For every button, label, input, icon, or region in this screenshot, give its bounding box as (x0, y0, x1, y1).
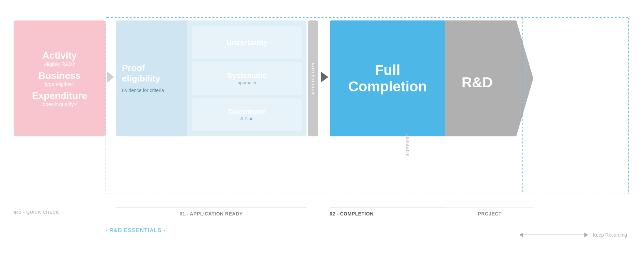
bottom-labels: IRD - QUICK CHECK 01 - APPLICATION READY… (14, 208, 629, 216)
arrow-1 (106, 72, 116, 83)
ird-activity-title: Activity (20, 50, 99, 61)
uncertainty-title: Uncertainty (197, 39, 297, 47)
proof-panel: Proof eligibility Evidence for criteria (116, 20, 187, 136)
ird-item-activity: Activity eligible R&D? (20, 50, 99, 67)
full-label: Full (375, 62, 400, 78)
completion-bottom-label: 02 - COMPLETION (330, 208, 445, 216)
rd-arrow-shape: R&D (445, 20, 533, 136)
ird-bottom-label: IRD - QUICK CHECK (14, 210, 106, 215)
completion-text: Full Completion (348, 62, 427, 95)
ird-item-business: Business type eligible? (20, 70, 99, 87)
support-vertical-label: SUPPORT (406, 133, 410, 156)
arrow-left-head (519, 233, 523, 237)
criteria-systematic: Systematic approach (192, 62, 302, 95)
completion-box: Full Completion (330, 20, 445, 136)
systematic-subtitle: approach (197, 80, 297, 85)
support-label-area: SUPPORT (406, 133, 410, 157)
completion-label: Completion (348, 78, 427, 94)
section-rd: R&D (445, 20, 533, 136)
app-ready-bottom-label: 01 - APPLICATION READY (116, 208, 307, 216)
app-ready-box: Proof eligibility Evidence for criteria … (116, 20, 307, 136)
application-vertical-label: APPLICATION (308, 20, 318, 136)
arrow-2 (319, 72, 330, 83)
ird-item-expenditure: Expenditure does it qualify? (20, 90, 99, 107)
section-ird: Activity eligible R&D? Business type eli… (14, 20, 106, 136)
ird-activity-subtitle: eligible R&D? (20, 61, 99, 67)
application-label-col: APPLICATION (307, 20, 319, 136)
criteria-uncertainty: Uncertainty (192, 26, 302, 59)
proof-title: Proof eligibility (122, 63, 181, 84)
arrow-right-head (584, 233, 588, 237)
arrow-line (523, 235, 584, 235)
section-completion: Full Completion (330, 20, 445, 136)
ird-business-subtitle: type eligible? (20, 81, 99, 87)
criteria-panel: Uncertainty Systematic approach Document… (187, 20, 307, 136)
proof-subtitle: Evidence for criteria (122, 87, 181, 94)
document-subtitle: & Plan (197, 116, 297, 121)
svg-text:R&D: R&D (462, 74, 493, 90)
pink-box: Activity eligible R&D? Business type eli… (14, 20, 106, 136)
ird-expenditure-title: Expenditure (20, 90, 99, 101)
project-bottom-label: PROJECT (445, 208, 534, 216)
document-title: Document (197, 108, 297, 116)
criteria-document: Document & Plan (192, 98, 302, 131)
rd-essentials-label: · R&D ESSENTIALS · (106, 227, 165, 234)
keep-recording-label: Keep Recording (593, 232, 627, 238)
section-app-ready: Proof eligibility Evidence for criteria … (116, 20, 307, 136)
ird-business-title: Business (20, 70, 99, 81)
keep-recording-arrow (519, 233, 588, 237)
systematic-title: Systematic (197, 72, 297, 80)
keep-recording-area: Keep Recording (519, 232, 627, 238)
ird-expenditure-subtitle: does it qualify? (20, 101, 99, 107)
